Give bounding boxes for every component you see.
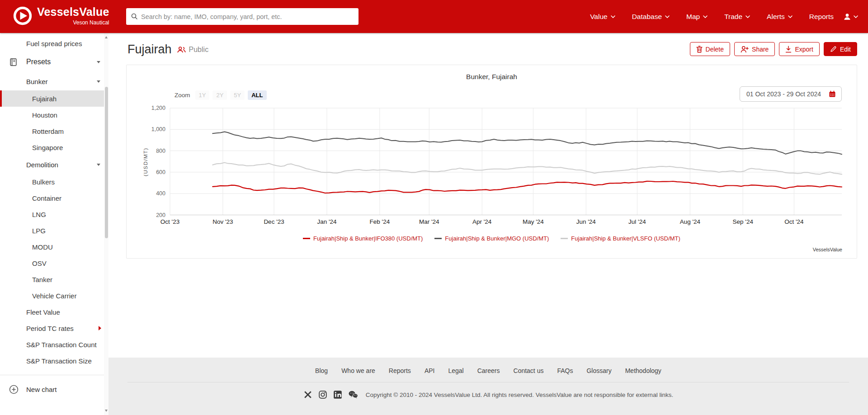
page-title: Fujairah [127,42,172,57]
wechat-icon[interactable] [348,390,359,399]
sidebar-item-osv[interactable]: OSV [0,255,108,271]
series-line-ifo380-usd-mt [212,181,842,193]
x-tick-label: Mar '24 [419,218,439,225]
sidebar-item-label: Fujairah [32,95,57,103]
footer-links: BlogWho we areReportsAPILegalCareersCont… [108,358,868,374]
search-bar [126,8,359,25]
account-menu[interactable] [843,0,858,33]
zoom-all-button[interactable]: ALL [248,90,266,100]
sidebar-item-presets[interactable]: Presets [0,52,108,72]
sidebar-item-label: MODU [32,243,53,251]
sidebar: Fuel spread pricesPresetsBunkerFujairahH… [0,33,108,415]
instagram-icon[interactable] [318,390,327,399]
scroll-down-icon[interactable] [105,410,108,412]
x-icon[interactable] [303,390,312,399]
chevron-down-icon [97,61,100,63]
chevron-right-icon [99,326,101,330]
delete-button[interactable]: Delete [690,42,730,56]
nav-item-label: Reports [809,13,834,21]
sidebar-item-fujairah[interactable]: Fujairah [0,90,108,107]
footer-link-methodology[interactable]: Methodology [625,367,661,374]
x-tick-label: Sep '24 [733,218,754,225]
sidebar-divider [0,375,104,375]
nav-item-label: Trade [724,13,742,21]
footer-link-legal[interactable]: Legal [448,367,463,374]
sidebar-item-label: Fuel spread prices [26,40,82,47]
sidebar-item-rotterdam[interactable]: Rotterdam [0,123,108,139]
zoom-1y-button[interactable]: 1Y [195,90,210,100]
linkedin-icon[interactable] [333,390,342,399]
share-button[interactable]: Share [734,42,775,56]
sidebar-item-label: Houston [32,111,57,119]
main-content: Fujairah Public DeleteShareExportEdit Bu… [108,33,868,415]
sidebar-item-fleet-value[interactable]: Fleet Value [0,304,108,320]
zoom-2y-button[interactable]: 2Y [212,90,227,100]
sidebar-item-label: Container [32,194,61,202]
sidebar-item-tanker[interactable]: Tanker [0,271,108,288]
x-tick-label: Nov '23 [212,218,233,225]
nav-item-alerts[interactable]: Alerts [767,13,793,21]
footer-link-reports[interactable]: Reports [389,367,411,374]
legend-label: Fujairah|Ship & Bunker|MGO (USD/MT) [445,235,549,242]
legend-item-ifo380-usd-mt[interactable]: Fujairah|Ship & Bunker|IFO380 (USD/MT) [303,235,423,242]
sidebar-item-label: Demolition [26,161,58,169]
footer-link-contact-us[interactable]: Contact us [514,367,544,374]
zoom-controls: Zoom 1Y2Y5YALL [175,90,267,100]
x-tick-label: Feb '24 [370,218,390,225]
visibility-badge: Public [177,46,209,54]
nav-menu: ValueDatabaseMapTradeAlertsReports [590,0,834,33]
footer-link-glossary[interactable]: Glossary [586,367,611,374]
scrollbar-thumb[interactable] [105,87,108,238]
legend-dash-icon [434,238,442,239]
sidebar-item-fuel-spread-prices[interactable]: Fuel spread prices [0,35,108,52]
sidebar-item-lpg[interactable]: LPG [0,222,108,239]
footer-link-who-we-are[interactable]: Who we are [341,367,375,374]
chevron-down-icon [854,15,858,18]
x-tick-label: Jul '24 [628,218,646,225]
series-line-vlsfo-usd-mt [212,163,842,174]
sidebar-item-bunker[interactable]: Bunker [0,72,108,90]
y-tick-label: 400 [156,190,165,197]
chevron-down-icon [745,15,750,18]
sidebar-item-vehicle-carrier[interactable]: Vehicle Carrier [0,288,108,304]
edit-button[interactable]: Edit [824,42,857,56]
footer: BlogWho we areReportsAPILegalCareersCont… [108,358,868,415]
brand-tagline: Veson Nautical [73,19,109,26]
brand-name: VesselsValue [37,6,109,19]
sidebar-item-s-p-transaction-size[interactable]: S&P Transaction Size [0,353,108,369]
footer-link-blog[interactable]: Blog [315,367,328,374]
sidebar-scrollbar[interactable] [104,33,108,415]
sidebar-item-container[interactable]: Container [0,190,108,206]
scroll-up-icon[interactable] [105,36,108,38]
nav-item-database[interactable]: Database [632,13,670,21]
nav-item-trade[interactable]: Trade [724,13,750,21]
chevron-down-icon [611,15,615,18]
user-icon [843,13,851,21]
new-chart-button[interactable]: New chart [0,379,108,399]
footer-link-faqs[interactable]: FAQs [557,367,573,374]
sidebar-item-label: S&P Transaction Count [26,341,97,349]
sidebar-item-modu[interactable]: MODU [0,239,108,255]
nav-item-label: Alerts [767,13,785,21]
footer-link-careers[interactable]: Careers [477,367,500,374]
search-input[interactable] [126,8,359,25]
export-button[interactable]: Export [779,42,819,56]
nav-item-map[interactable]: Map [686,13,708,21]
sidebar-item-lng[interactable]: LNG [0,206,108,222]
x-tick-label: Jan '24 [317,218,337,225]
sidebar-item-singapore[interactable]: Singapore [0,139,108,156]
footer-link-api[interactable]: API [425,367,435,374]
sidebar-item-s-p-transaction-count[interactable]: S&P Transaction Count [0,336,108,353]
legend-item-vlsfo-usd-mt[interactable]: Fujairah|Ship & Bunker|VLSFO (USD/MT) [561,235,680,242]
brand-logo[interactable]: VesselsValue Veson Nautical [13,6,109,26]
visibility-label: Public [189,46,209,54]
zoom-5y-button[interactable]: 5Y [230,90,245,100]
nav-item-value[interactable]: Value [590,13,615,21]
nav-item-reports[interactable]: Reports [809,13,834,21]
sidebar-item-period-tc-rates[interactable]: Period TC rates [0,320,108,336]
sidebar-item-houston[interactable]: Houston [0,107,108,123]
sidebar-item-bulkers[interactable]: Bulkers [0,174,108,190]
sidebar-item-demolition[interactable]: Demolition [0,156,108,174]
date-range-picker[interactable]: 01 Oct 2023 - 29 Oct 2024 [740,86,842,102]
legend-item-mgo-usd-mt[interactable]: Fujairah|Ship & Bunker|MGO (USD/MT) [434,235,549,242]
